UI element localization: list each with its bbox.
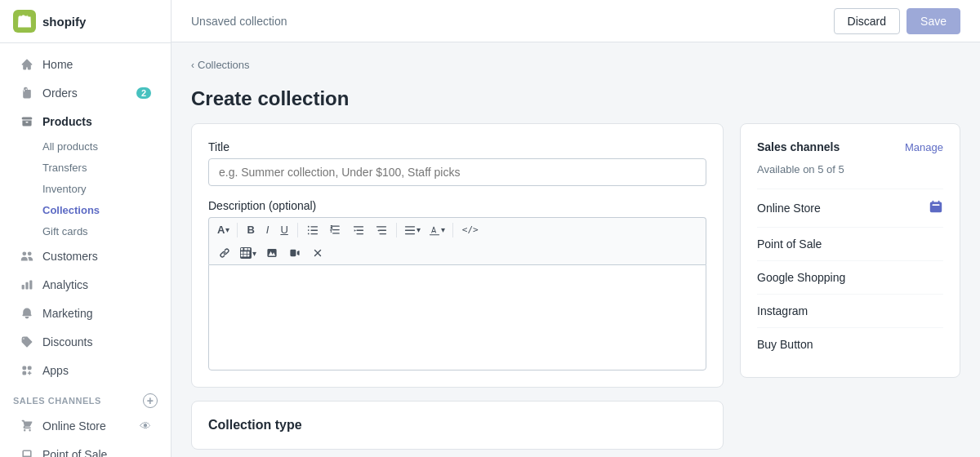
collection-type-title: Collection type [208,418,706,433]
apps-icon [20,363,34,378]
sidebar-item-orders[interactable]: Orders 2 [7,79,164,107]
analytics-icon [20,277,34,292]
sidebar-item-marketing[interactable]: Marketing [7,299,164,327]
online-store-icon [20,419,34,433]
sales-channels-header: Sales channels Manage [757,140,943,153]
rte-ordered-list-button[interactable] [325,222,346,238]
sales-channels-title: Sales channels [757,140,840,153]
channel-instagram-label: Instagram [757,304,808,317]
sidebar-item-customers[interactable]: Customers [7,242,164,270]
title-field: Title [208,140,706,186]
sales-channels-available: Available on 5 of 5 [757,163,943,175]
shopify-logo-icon [13,10,36,33]
page-content: ‹ Collections Create collection Title De… [172,42,980,457]
rte-divider-3 [396,223,397,237]
main-column: Title Description (optional) A ▾ [191,123,724,450]
rte-source-button[interactable]: </> [457,222,483,237]
rte-underline-button[interactable]: U [275,221,292,238]
channel-item-point-of-sale: Point of Sale [757,227,943,260]
sales-channels-card: Sales channels Manage Available on 5 of … [740,123,960,378]
rte-indent-increase-button[interactable] [371,222,392,238]
subnav-transfers[interactable]: Transfers [36,158,171,178]
rte-align-button[interactable]: ▾ [401,222,424,238]
point-of-sale-icon [20,447,34,457]
sidebar-navigation: Home Orders 2 Products All products Tran… [0,43,171,457]
rte-video-button[interactable] [284,245,305,261]
rte-toolbar-row1: A ▾ B I U [208,217,706,242]
products-label: Products [42,115,92,128]
rte-indent-decrease-button[interactable] [348,222,369,238]
rte-clear-button[interactable] [307,245,328,261]
channel-online-store-label: Online Store [757,202,821,215]
breadcrumb-label: Collections [198,59,250,71]
topbar: Unsaved collection Discard Save [172,0,980,42]
rte-italic-button[interactable]: I [261,221,274,238]
channel-item-online-store: Online Store [757,189,943,227]
home-label: Home [42,58,73,71]
description-label: Description (optional) [208,199,706,212]
products-icon [20,114,34,129]
sidebar-item-home[interactable]: Home [7,51,164,78]
customers-icon [20,249,34,264]
subnav-collections[interactable]: Collections [36,200,171,220]
rte-link-button[interactable] [214,245,235,261]
sidebar: shopify Home Orders 2 Products All p [0,0,172,457]
rte-text-color-button[interactable]: ▾ [425,222,448,238]
channel-point-of-sale-label: Point of Sale [757,237,822,251]
customers-label: Customers [42,250,98,263]
marketing-icon [20,306,34,321]
content-columns: Title Description (optional) A ▾ [191,123,960,450]
title-label: Title [208,140,706,153]
discard-button[interactable]: Discard [834,8,900,34]
channel-item-instagram: Instagram [757,294,943,327]
subnav-inventory[interactable]: Inventory [36,179,171,199]
marketing-label: Marketing [42,307,92,320]
sidebar-item-products[interactable]: Products [7,108,164,135]
brand-name: shopify [42,15,86,29]
topbar-actions: Discard Save [834,8,960,34]
orders-icon [20,86,34,100]
subnav-gift-cards[interactable]: Gift cards [36,221,171,242]
title-input[interactable] [208,158,706,186]
rte-table-button[interactable]: ▾ [237,245,260,261]
sidebar-logo: shopify [0,0,171,43]
home-icon [20,57,34,72]
rte-bold-button[interactable]: B [242,221,259,238]
channel-google-shopping-label: Google Shopping [757,271,845,284]
sidebar-item-online-store[interactable]: Online Store 👁 [7,412,164,440]
channel-item-buy-button: Buy Button [757,327,943,361]
topbar-title: Unsaved collection [191,15,287,28]
sidebar-item-discounts[interactable]: Discounts [7,328,164,356]
discounts-label: Discounts [42,335,92,348]
rte-font-color-button[interactable]: A ▾ [214,221,233,238]
breadcrumb-arrow: ‹ [191,60,194,71]
page-title: Create collection [191,87,960,110]
sidebar-item-point-of-sale[interactable]: Point of Sale [7,441,164,457]
save-button[interactable]: Save [906,8,960,34]
sidebar-item-apps[interactable]: Apps [7,357,164,384]
analytics-label: Analytics [42,278,88,291]
description-editor[interactable] [208,264,706,370]
channel-item-google-shopping: Google Shopping [757,260,943,294]
rte-divider-1 [237,223,238,237]
rte-unordered-list-button[interactable] [302,222,323,238]
apps-label: Apps [42,364,69,377]
orders-badge: 2 [136,87,151,99]
rte-image-button[interactable] [261,245,283,261]
side-column: Sales channels Manage Available on 5 of … [740,123,960,378]
title-description-card: Title Description (optional) A ▾ [191,123,724,388]
orders-label: Orders [42,87,78,100]
sidebar-item-analytics[interactable]: Analytics [7,271,164,299]
description-field: Description (optional) A ▾ B I U [208,199,706,370]
sales-channels-section: SALES CHANNELS + [0,385,171,411]
online-store-eye-icon[interactable]: 👁 [140,419,151,433]
sales-channels-manage-link[interactable]: Manage [905,141,943,153]
products-subnav: All products Transfers Inventory Collect… [0,136,171,242]
breadcrumb[interactable]: ‹ Collections [191,59,960,71]
online-store-label: Online Store [42,419,106,433]
subnav-all-products[interactable]: All products [36,136,171,157]
add-sales-channel-button[interactable]: + [143,393,158,408]
rte-toolbar-row2: ▾ [208,242,706,264]
channel-online-store-calendar-icon[interactable] [929,199,943,217]
channel-buy-button-label: Buy Button [757,338,813,351]
